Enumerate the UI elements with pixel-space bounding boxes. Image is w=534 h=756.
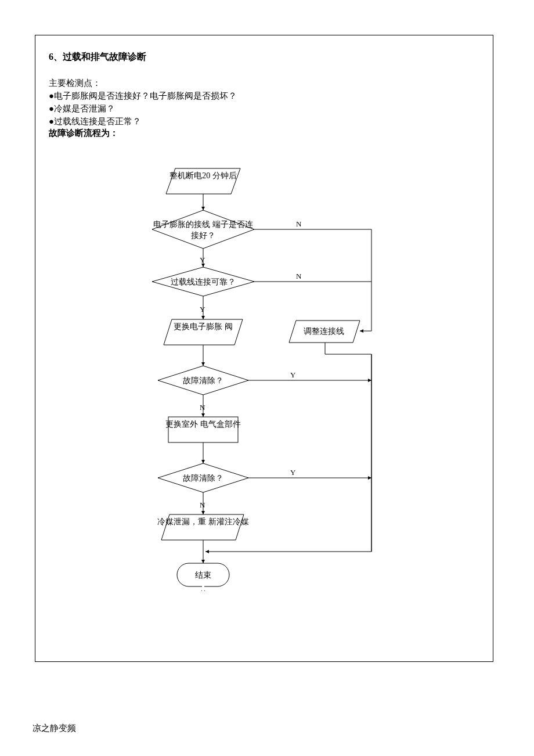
intro-label: 主要检测点：: [49, 77, 101, 90]
bullet-2: ●冷媒是否泄漏？: [49, 102, 115, 116]
flow-heading: 故障诊断流程为：: [49, 128, 118, 139]
footer-text: 凉之静变频: [33, 723, 76, 734]
section-title: 6、过载和排气故障诊断: [49, 51, 146, 63]
bullet-3: ●过载线连接是否正常？: [49, 115, 141, 128]
bullet-1: ●电子膨胀阀是否连接好？电子膨胀阀是否损坏？: [49, 89, 237, 103]
page: 6、过载和排气故障诊断 主要检测点： ●电子膨胀阀是否连接好？电子膨胀阀是否损坏…: [0, 0, 534, 756]
